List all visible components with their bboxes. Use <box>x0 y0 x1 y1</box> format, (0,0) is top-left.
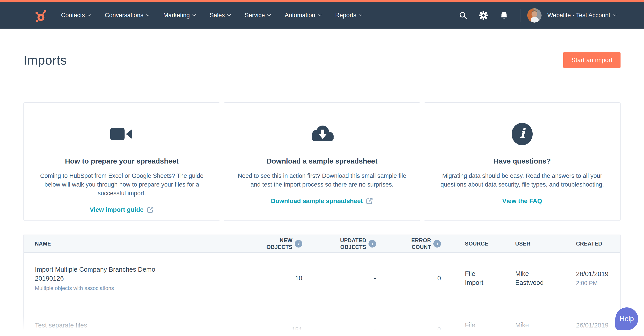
link-label: Download sample spreadsheet <box>271 198 363 205</box>
card-body: Migrating data should be easy. Read the … <box>437 172 607 189</box>
column-header-name: NAME <box>24 241 238 247</box>
column-header-new-objects: NEW OBJECTS i <box>238 237 305 250</box>
video-camera-icon <box>37 120 207 148</box>
column-header-source: SOURCE <box>444 241 513 247</box>
hubspot-sprocket-logo-icon[interactable] <box>35 9 47 22</box>
created-time: 2:00 PM <box>576 280 620 287</box>
external-link-icon <box>147 206 154 213</box>
info-icon[interactable]: i <box>368 240 376 248</box>
nav-item-contacts[interactable]: Contacts <box>54 2 98 28</box>
import-subtype: Multiple objects with associations <box>35 332 238 336</box>
nav-item-label: Reports <box>335 12 356 19</box>
chevron-down-icon <box>146 14 149 16</box>
column-header-label: NEW OBJECTS <box>262 237 292 250</box>
error-count-cell: 0 <box>379 326 444 333</box>
import-name-cell: Test separate files Multiple objects wit… <box>24 321 238 336</box>
card-prepare-spreadsheet: How to prepare your spreadsheet Coming t… <box>24 102 220 221</box>
created-time: 11:31 AM <box>576 331 620 336</box>
title-divider <box>24 82 620 82</box>
imports-table: NAME NEW OBJECTS i UPDATED OBJECTS i ERR… <box>24 235 620 336</box>
bell-icon[interactable] <box>494 11 514 20</box>
info-circle-icon: i <box>437 120 607 148</box>
start-import-button[interactable]: Start an import <box>563 52 620 68</box>
view-import-guide-link[interactable]: View import guide <box>90 206 154 213</box>
user-cell: Mike Eastwood <box>513 321 573 336</box>
import-name-cell: Import Multiple Company Branches Demo 20… <box>24 265 238 291</box>
link-label: View the FAQ <box>502 198 542 205</box>
import-name: Test separate files <box>35 321 160 330</box>
page-header: Imports Start an import <box>24 52 620 68</box>
gear-icon[interactable] <box>473 11 494 20</box>
column-header-error-count: ERROR COUNT i <box>379 237 444 250</box>
created-date: 26/01/2019 <box>576 321 620 330</box>
nav-item-service[interactable]: Service <box>238 2 278 28</box>
nav-item-sales[interactable]: Sales <box>203 2 238 28</box>
column-header-label: SOURCE <box>465 241 488 247</box>
account-label: Webalite - Test Account <box>548 12 610 19</box>
nav-item-label: Service <box>245 12 265 19</box>
top-accent-strip <box>0 0 644 2</box>
updated-objects-cell: - <box>305 326 379 333</box>
info-icon[interactable]: i <box>433 240 441 248</box>
chevron-down-icon <box>192 14 196 16</box>
external-link-icon <box>366 198 373 205</box>
nav-right-cluster: Webalite - Test Account <box>453 8 616 22</box>
chevron-down-icon <box>613 14 616 16</box>
chevron-down-icon <box>228 14 231 16</box>
link-label: View import guide <box>90 206 144 213</box>
chevron-down-icon <box>359 14 362 16</box>
source-cell: File Import <box>444 270 513 287</box>
main-content: Imports Start an import How to prepare y… <box>0 52 644 336</box>
hubspot-imports-page: Contacts Conversations Marketing Sales S… <box>0 0 644 336</box>
nav-item-label: Contacts <box>61 12 85 19</box>
chevron-down-icon <box>318 14 321 16</box>
source-value: File Import <box>465 321 486 336</box>
card-title: Have questions? <box>437 157 607 165</box>
chevron-down-icon <box>268 14 271 16</box>
account-menu[interactable]: Webalite - Test Account <box>548 12 616 19</box>
import-name: Import Multiple Company Branches Demo 20… <box>35 265 160 283</box>
nav-item-label: Sales <box>210 12 225 19</box>
column-header-label: ERROR COUNT <box>401 237 431 250</box>
info-icon[interactable]: i <box>295 240 302 248</box>
nav-divider <box>520 9 521 22</box>
avatar[interactable] <box>527 8 542 22</box>
page-title: Imports <box>24 53 67 67</box>
table-row[interactable]: Test separate files Multiple objects wit… <box>24 304 620 336</box>
cloud-download-icon <box>237 120 407 148</box>
card-body: Coming to HubSpot from Excel or Google S… <box>37 172 207 198</box>
card-sample-spreadsheet: Download a sample spreadsheet Need to se… <box>224 102 420 221</box>
nav-item-automation[interactable]: Automation <box>278 2 328 28</box>
table-row[interactable]: Import Multiple Company Branches Demo 20… <box>24 253 620 304</box>
nav-item-label: Conversations <box>105 12 144 19</box>
new-objects-cell: 10 <box>238 275 305 282</box>
table-header-row: NAME NEW OBJECTS i UPDATED OBJECTS i ERR… <box>24 235 620 253</box>
user-cell: Mike Eastwood <box>513 270 573 287</box>
created-date: 26/01/2019 <box>576 270 620 278</box>
user-value: Mike Eastwood <box>515 321 546 336</box>
source-cell: File Import <box>444 321 513 336</box>
column-header-updated-objects: UPDATED OBJECTS i <box>305 237 379 250</box>
card-body: Need to see this in action first? Downlo… <box>237 172 407 189</box>
import-subtype: Multiple objects with associations <box>35 285 238 291</box>
nav-item-reports[interactable]: Reports <box>328 2 370 28</box>
column-header-label: CREATED <box>576 241 602 247</box>
source-value: File Import <box>465 270 486 287</box>
search-icon[interactable] <box>453 11 473 20</box>
main-menu: Contacts Conversations Marketing Sales S… <box>54 2 369 28</box>
help-button[interactable]: Help <box>616 308 638 330</box>
help-cards-row: How to prepare your spreadsheet Coming t… <box>24 102 620 221</box>
column-header-label: USER <box>515 241 530 247</box>
card-have-questions: i Have questions? Migrating data should … <box>424 102 620 221</box>
created-cell: 26/01/2019 2:00 PM <box>573 270 620 287</box>
view-faq-link[interactable]: View the FAQ <box>502 198 542 205</box>
download-sample-spreadsheet-link[interactable]: Download sample spreadsheet <box>271 198 373 205</box>
nav-item-conversations[interactable]: Conversations <box>98 2 156 28</box>
column-header-created: CREATED <box>573 241 620 247</box>
nav-item-marketing[interactable]: Marketing <box>156 2 203 28</box>
chevron-down-icon <box>88 14 91 16</box>
column-header-label: UPDATED OBJECTS <box>336 237 366 250</box>
nav-item-label: Automation <box>285 12 315 19</box>
top-navigation-bar: Contacts Conversations Marketing Sales S… <box>0 2 644 28</box>
card-title: How to prepare your spreadsheet <box>37 157 207 165</box>
